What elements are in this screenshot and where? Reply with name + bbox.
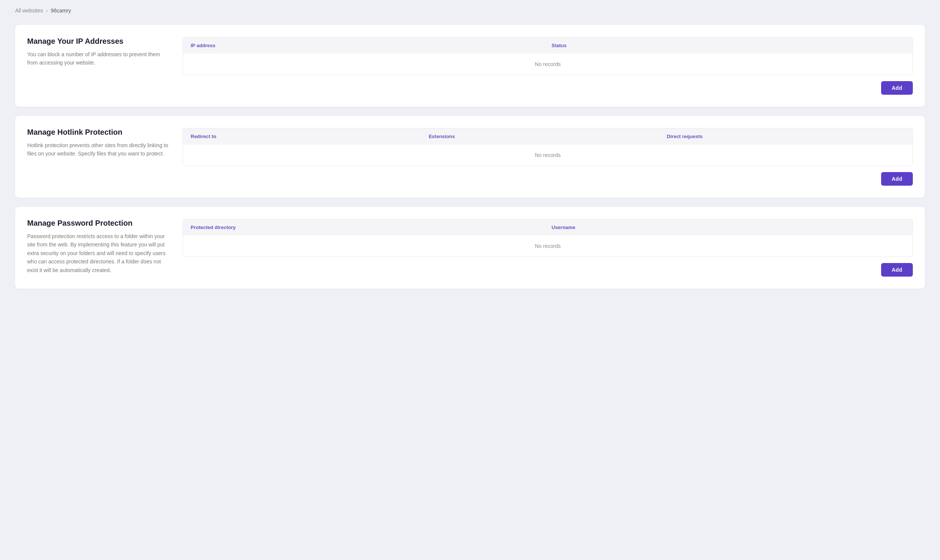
password-protection-card: Manage Password Protection Password prot… <box>15 207 925 289</box>
hotlink-protection-table-body: No records <box>183 145 912 166</box>
password-protection-table-header: Protected directory Username <box>183 219 912 235</box>
password-protection-right: Protected directory Username No records … <box>183 219 913 277</box>
password-protection-empty: No records <box>183 235 912 257</box>
direct-requests-col-header: Direct requests <box>667 134 905 139</box>
hotlink-protection-right: Redirect to Extensions Direct requests N… <box>183 128 913 186</box>
ip-addresses-table-header: IP address Status <box>183 37 912 54</box>
redirect-to-col-header: Redirect to <box>191 134 429 139</box>
protected-directory-col-header: Protected directory <box>191 225 544 230</box>
hotlink-protection-add-button[interactable]: Add <box>881 172 913 186</box>
breadcrumb-parent[interactable]: All websites <box>15 8 43 14</box>
ip-addresses-add-button[interactable]: Add <box>881 81 913 95</box>
hotlink-protection-table: Redirect to Extensions Direct requests N… <box>183 128 913 166</box>
password-protection-table-body: No records <box>183 235 912 257</box>
hotlink-protection-description: Hotlink protection prevents other sites … <box>27 141 171 158</box>
extensions-col-header: Extensions <box>429 134 667 139</box>
password-protection-table: Protected directory Username No records <box>183 219 913 257</box>
breadcrumb-separator: › <box>46 8 48 14</box>
hotlink-protection-add-row: Add <box>183 172 913 186</box>
ip-addresses-title: Manage Your IP Addresses <box>27 37 171 46</box>
ip-addresses-left: Manage Your IP Addresses You can block a… <box>27 37 171 67</box>
password-protection-description: Password protection restricts access to … <box>27 232 171 274</box>
ip-addresses-table-body: No records <box>183 54 912 75</box>
hotlink-protection-card: Manage Hotlink Protection Hotlink protec… <box>15 116 925 198</box>
status-col-header: Status <box>552 43 905 48</box>
breadcrumb: All websites › 96camry <box>15 8 925 14</box>
hotlink-protection-empty: No records <box>183 145 912 166</box>
hotlink-protection-table-header: Redirect to Extensions Direct requests <box>183 128 912 145</box>
ip-addresses-add-row: Add <box>183 81 913 95</box>
password-protection-add-row: Add <box>183 263 913 277</box>
breadcrumb-current: 96camry <box>51 8 71 14</box>
ip-addresses-right: IP address Status No records Add <box>183 37 913 95</box>
ip-addresses-table: IP address Status No records <box>183 37 913 75</box>
ip-addresses-empty: No records <box>183 54 912 75</box>
ip-address-col-header: IP address <box>191 43 544 48</box>
password-protection-left: Manage Password Protection Password prot… <box>27 219 171 274</box>
password-protection-add-button[interactable]: Add <box>881 263 913 277</box>
hotlink-protection-title: Manage Hotlink Protection <box>27 128 171 137</box>
ip-addresses-description: You can block a number of IP addresses t… <box>27 50 171 67</box>
username-col-header: Username <box>552 225 905 230</box>
password-protection-title: Manage Password Protection <box>27 219 171 228</box>
ip-addresses-card: Manage Your IP Addresses You can block a… <box>15 25 925 107</box>
hotlink-protection-left: Manage Hotlink Protection Hotlink protec… <box>27 128 171 158</box>
